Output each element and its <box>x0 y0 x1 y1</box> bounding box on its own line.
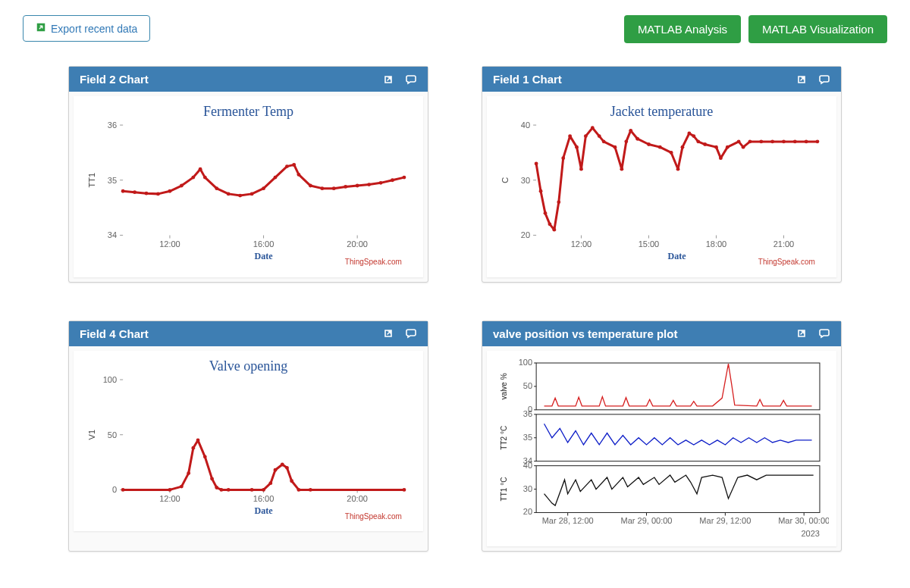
panel-header-multi: valve position vs temperature plot <box>482 321 841 346</box>
panel-field1: Field 1 Chart Jacket temperatureC2030401… <box>482 66 842 283</box>
svg-text:TT2 °C: TT2 °C <box>500 425 508 449</box>
svg-text:0: 0 <box>112 485 117 494</box>
chat-icon[interactable] <box>405 327 417 339</box>
svg-text:100: 100 <box>519 358 532 367</box>
chat-icon[interactable] <box>818 74 830 86</box>
svg-point-36 <box>344 185 347 189</box>
svg-text:20:00: 20:00 <box>347 494 368 503</box>
svg-point-83 <box>681 145 685 149</box>
svg-point-130 <box>274 468 278 471</box>
svg-point-117 <box>168 487 172 491</box>
panel-body-field1: Jacket temperatureC20304012:0015:0018:00… <box>487 96 836 277</box>
svg-point-135 <box>309 487 312 491</box>
svg-text:ThingSpeak.com: ThingSpeak.com <box>345 512 402 521</box>
svg-point-73 <box>602 139 606 143</box>
svg-text:TT1: TT1 <box>87 173 96 188</box>
svg-point-68 <box>575 145 579 149</box>
svg-point-32 <box>297 173 300 177</box>
svg-text:20: 20 <box>523 507 532 516</box>
svg-text:Date: Date <box>255 251 274 261</box>
svg-point-75 <box>620 167 623 171</box>
panel-title: Field 1 Chart <box>493 73 562 86</box>
svg-text:12:00: 12:00 <box>571 239 592 249</box>
svg-rect-138 <box>536 363 820 410</box>
svg-point-95 <box>770 139 774 143</box>
popout-icon[interactable] <box>382 327 394 339</box>
svg-point-131 <box>281 462 284 466</box>
svg-rect-154 <box>536 465 820 512</box>
svg-point-38 <box>367 183 371 186</box>
svg-text:12:00: 12:00 <box>159 494 180 503</box>
svg-text:2023: 2023 <box>801 528 820 537</box>
svg-text:36: 36 <box>108 120 117 130</box>
panel-body-multi: valve %050100TT2 °C343536TT1 °C203040Mar… <box>487 351 836 547</box>
svg-text:Mar 28, 12:00: Mar 28, 12:00 <box>542 516 594 525</box>
svg-point-129 <box>268 481 272 485</box>
chart-valve-vs-temp: valve %050100TT2 °C343536TT1 °C203040Mar… <box>494 357 829 540</box>
svg-point-62 <box>544 211 548 215</box>
svg-text:Mar 29, 12:00: Mar 29, 12:00 <box>699 516 751 525</box>
popout-icon[interactable] <box>382 74 394 86</box>
svg-point-96 <box>782 139 786 143</box>
svg-point-39 <box>379 181 383 185</box>
svg-point-71 <box>591 126 595 130</box>
svg-point-35 <box>332 186 336 190</box>
matlab-visualization-button[interactable]: MATLAB Visualization <box>748 15 887 43</box>
svg-point-123 <box>210 477 214 480</box>
svg-point-74 <box>613 145 617 149</box>
panel-header-field1: Field 1 Chart <box>482 67 841 92</box>
svg-text:40: 40 <box>521 120 530 130</box>
matlab-analysis-button[interactable]: MATLAB Analysis <box>624 15 741 43</box>
panel-field4: Field 4 Chart Valve openingV105010012:00… <box>68 321 428 552</box>
svg-point-93 <box>748 139 752 143</box>
svg-point-60 <box>535 162 538 166</box>
svg-point-63 <box>548 222 552 226</box>
svg-rect-146 <box>536 414 820 461</box>
svg-text:16:00: 16:00 <box>253 494 275 503</box>
svg-point-99 <box>816 139 820 143</box>
svg-point-28 <box>262 186 265 190</box>
chat-icon[interactable] <box>405 74 417 86</box>
panel-title: Field 2 Chart <box>80 73 149 86</box>
svg-text:Date: Date <box>255 505 274 516</box>
svg-text:15:00: 15:00 <box>639 239 660 249</box>
svg-point-72 <box>598 134 601 138</box>
svg-point-125 <box>220 487 224 491</box>
svg-point-118 <box>180 484 184 488</box>
svg-point-22 <box>199 167 202 171</box>
svg-text:Fermenter Temp: Fermenter Temp <box>203 104 293 119</box>
export-icon <box>36 22 46 35</box>
panel-title: valve position vs temperature plot <box>493 327 677 340</box>
svg-text:30: 30 <box>523 483 532 493</box>
svg-point-27 <box>250 192 254 195</box>
svg-point-136 <box>403 487 406 491</box>
svg-point-127 <box>250 487 254 491</box>
svg-text:30: 30 <box>521 176 530 185</box>
popout-icon[interactable] <box>795 74 808 86</box>
svg-point-26 <box>238 194 242 198</box>
svg-point-21 <box>191 176 195 180</box>
chat-icon[interactable] <box>818 327 830 339</box>
svg-point-19 <box>168 189 172 193</box>
svg-point-76 <box>624 139 628 143</box>
svg-point-132 <box>285 465 289 469</box>
svg-point-84 <box>687 132 691 136</box>
svg-point-126 <box>227 487 231 491</box>
svg-text:20:00: 20:00 <box>347 239 368 249</box>
svg-point-121 <box>196 438 200 442</box>
svg-text:C: C <box>500 177 510 183</box>
export-button[interactable]: Export recent data <box>23 15 150 42</box>
svg-text:40: 40 <box>523 460 532 469</box>
svg-point-15 <box>121 189 125 193</box>
svg-point-119 <box>187 471 190 475</box>
chart-fermenter-temp: Fermenter TempTT134353612:0016:0020:00Da… <box>81 102 416 270</box>
svg-point-24 <box>215 186 218 190</box>
panel-multi: valve position vs temperature plot valve… <box>482 321 842 552</box>
svg-point-94 <box>759 139 763 143</box>
svg-point-79 <box>647 142 651 146</box>
svg-point-61 <box>539 189 543 193</box>
panel-header-field2: Field 2 Chart <box>69 67 428 92</box>
svg-point-134 <box>297 487 300 491</box>
popout-icon[interactable] <box>795 327 808 339</box>
svg-point-40 <box>391 178 394 182</box>
